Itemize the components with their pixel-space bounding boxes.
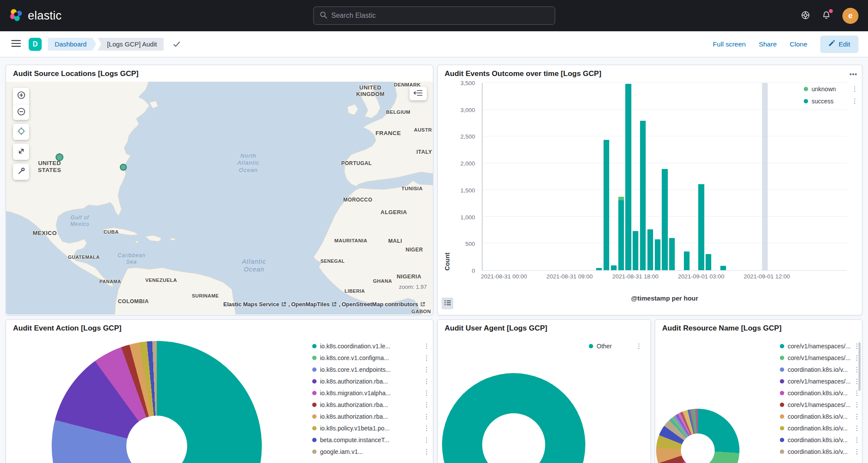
outcome-plot[interactable] xyxy=(482,83,847,271)
x-tick-label: 2021-08-31 09:00 xyxy=(547,273,593,280)
bar-success[interactable] xyxy=(706,254,711,270)
full-screen-button[interactable]: Full screen xyxy=(713,40,746,48)
legend-item[interactable]: core/v1/namespaces/...⋮ xyxy=(780,377,859,385)
legend-item[interactable]: io.k8s.policy.v1beta1.po...⋮ xyxy=(312,424,429,432)
panel-options-button[interactable] xyxy=(850,70,857,77)
bar-success[interactable] xyxy=(669,238,675,270)
legend-item[interactable]: coordination.k8s.io/v...⋮ xyxy=(780,366,859,374)
edit-button[interactable]: Edit xyxy=(820,36,858,53)
legend-options-icon[interactable]: ⋮ xyxy=(423,436,429,444)
clone-button[interactable]: Clone xyxy=(790,40,808,48)
legend-options-icon[interactable]: ⋮ xyxy=(854,448,859,456)
newsfeed-button[interactable] xyxy=(822,10,831,21)
bar-success[interactable] xyxy=(720,266,726,270)
legend-options-icon[interactable]: ⋮ xyxy=(423,401,429,409)
legend-item[interactable]: io.k8s.authorization.rba...⋮ xyxy=(312,401,429,409)
legend-item[interactable]: io.k8s.migration.v1alpha...⋮ xyxy=(312,389,429,397)
menu-button[interactable] xyxy=(10,38,23,50)
legend-item[interactable]: core/v1/namespaces/...⋮ xyxy=(780,342,859,350)
zoom-in-button[interactable] xyxy=(13,88,29,104)
legend-options-icon[interactable]: ⋮ xyxy=(423,424,429,432)
space-badge[interactable]: D xyxy=(29,38,42,51)
user-avatar[interactable]: e xyxy=(842,8,858,24)
map-canvas[interactable]: UNITED KINGDOMDENMARKBELGIUMFRANCEAUSTRI… xyxy=(6,82,433,314)
legend-item[interactable]: beta.compute.instanceT...⋮ xyxy=(312,436,429,444)
attribution-link[interactable]: Elastic Maps Service xyxy=(223,301,279,308)
expand-map-button[interactable] xyxy=(13,144,29,160)
outcome-legend: unknown⋮success⋮ xyxy=(804,85,857,105)
legend-item[interactable]: io.k8s.core.v1.configma...⋮ xyxy=(312,354,429,362)
bar-success[interactable] xyxy=(647,229,653,270)
legend-item[interactable]: coordination.k8s.io/v...⋮ xyxy=(780,448,859,456)
legend-item[interactable]: success⋮ xyxy=(804,97,857,105)
legend-item[interactable]: google.iam.v1...⋮ xyxy=(312,448,429,456)
fit-bounds-button[interactable] xyxy=(13,124,29,140)
legend-item[interactable]: io.k8s.authorization.rba...⋮ xyxy=(312,413,429,420)
legend-options-icon[interactable]: ⋮ xyxy=(851,97,857,105)
legend-options-icon[interactable]: ⋮ xyxy=(854,436,859,444)
search-input[interactable] xyxy=(331,12,548,20)
user-agent-donut[interactable] xyxy=(442,373,585,463)
legend-options-icon[interactable]: ⋮ xyxy=(854,424,859,432)
map-data-point[interactable] xyxy=(120,164,127,171)
legend-options-icon[interactable]: ⋮ xyxy=(854,389,859,397)
bar-success[interactable] xyxy=(611,265,617,270)
share-button[interactable]: Share xyxy=(759,40,776,48)
legend-item[interactable]: core/v1/namespaces/...⋮ xyxy=(780,354,859,362)
bar-success[interactable] xyxy=(625,84,631,270)
donut-hole xyxy=(126,416,187,463)
bar-success[interactable] xyxy=(662,169,667,270)
gridline xyxy=(482,163,847,163)
legend-color-dot xyxy=(312,403,317,407)
breadcrumb-dashboard[interactable]: Dashboard xyxy=(48,38,96,51)
zoom-out-button[interactable] xyxy=(13,104,29,120)
legend-toggle-button[interactable] xyxy=(442,298,453,309)
legend-item[interactable]: io.k8s.core.v1.endpoints...⋮ xyxy=(312,366,429,374)
notification-dot xyxy=(829,9,833,13)
legend-options-icon[interactable]: ⋮ xyxy=(636,342,641,350)
brand[interactable]: elastic xyxy=(10,8,62,23)
bar-success[interactable] xyxy=(698,184,704,270)
legend-options-icon[interactable]: ⋮ xyxy=(423,354,429,362)
draw-tools-button[interactable] xyxy=(13,164,29,180)
bar-success[interactable] xyxy=(684,251,690,270)
resource-name-donut[interactable] xyxy=(656,409,739,463)
legend-item[interactable]: io.k8s.authorization.rba...⋮ xyxy=(312,377,429,385)
attribution-link[interactable]: OpenMapTiles xyxy=(291,301,330,308)
legend-options-icon[interactable]: ⋮ xyxy=(423,413,429,420)
gridline xyxy=(482,83,847,83)
legend-item[interactable]: unknown⋮ xyxy=(804,85,857,93)
legend-options-icon[interactable]: ⋮ xyxy=(423,377,429,385)
bar-unknown[interactable] xyxy=(618,197,624,200)
event-action-donut[interactable] xyxy=(52,341,262,463)
legend-options-icon[interactable]: ⋮ xyxy=(854,401,859,409)
legend-item[interactable]: coordination.k8s.io/v...⋮ xyxy=(780,413,859,420)
legend-item[interactable]: io.k8s.coordination.v1.le...⋮ xyxy=(312,342,429,350)
zoom-level: zoom: 1.97 xyxy=(399,284,427,290)
bar-success[interactable] xyxy=(618,200,624,270)
legend-options-icon[interactable]: ⋮ xyxy=(851,85,857,93)
layers-panel-toggle-button[interactable] xyxy=(409,87,427,100)
legend-item[interactable]: coordination.k8s.io/v...⋮ xyxy=(780,424,859,432)
bar-success[interactable] xyxy=(633,231,638,270)
x-tick-label: 2021-08-31 18:00 xyxy=(612,273,659,280)
legend-options-icon[interactable]: ⋮ xyxy=(423,366,429,374)
x-tick-label: 2021-09-01 12:00 xyxy=(744,273,790,280)
legend-options-icon[interactable]: ⋮ xyxy=(423,389,429,397)
global-search[interactable] xyxy=(313,7,555,25)
attribution-link[interactable]: OpenStreetMap contributors xyxy=(342,301,418,308)
legend-item[interactable]: coordination.k8s.io/v...⋮ xyxy=(780,389,859,397)
map-data-point[interactable] xyxy=(56,153,63,161)
legend-scrollbar[interactable] xyxy=(858,342,861,391)
bar-success[interactable] xyxy=(604,140,609,270)
bar-success[interactable] xyxy=(596,268,602,270)
bar-success[interactable] xyxy=(640,121,646,270)
legend-options-icon[interactable]: ⋮ xyxy=(854,413,859,420)
legend-item[interactable]: core/v1/namespaces/...⋮ xyxy=(780,401,859,409)
legend-item[interactable]: coordination.k8s.io/v...⋮ xyxy=(780,436,859,444)
help-button[interactable] xyxy=(801,10,810,21)
legend-options-icon[interactable]: ⋮ xyxy=(423,342,429,350)
bar-success[interactable] xyxy=(655,239,660,270)
legend-options-icon[interactable]: ⋮ xyxy=(423,448,429,456)
legend-item[interactable]: Other⋮ xyxy=(589,342,641,350)
